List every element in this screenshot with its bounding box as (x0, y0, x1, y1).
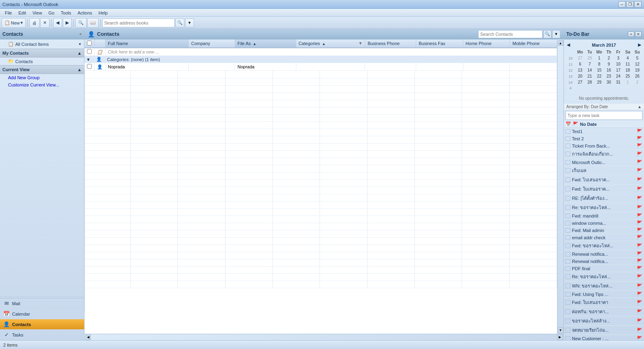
scroll-left-button[interactable]: ◀ (85, 335, 91, 340)
task-item[interactable]: Fwd: Mail admin🚩 (564, 227, 644, 234)
back-button[interactable]: ◀ (53, 18, 62, 28)
task-item[interactable]: New Customer : ...🚩 (564, 335, 644, 340)
task-item[interactable]: Re: ขอราคอะไหล่...🚩 (564, 272, 644, 281)
th-business-phone[interactable]: Business Phone (365, 39, 416, 48)
th-mobile-phone[interactable]: Mobile Phone (510, 39, 557, 48)
sidebar-current-view-header[interactable]: Current View ▲ (0, 65, 84, 74)
menu-file[interactable]: File (2, 10, 15, 16)
task-flag-icon[interactable]: 🚩 (637, 143, 642, 148)
sidebar-my-contacts-header[interactable]: My Contacts ▲ (0, 49, 84, 57)
contacts-search-dropdown[interactable]: ▾ (552, 30, 560, 38)
task-flag-icon[interactable]: 🚩 (637, 300, 642, 305)
task-flag-icon[interactable]: 🚩 (637, 274, 642, 279)
calendar-day[interactable]: 23 (605, 74, 613, 79)
new-task-input[interactable] (566, 111, 642, 120)
calendar-day[interactable]: 19 (633, 68, 642, 73)
task-checkbox[interactable] (566, 152, 570, 156)
th-home-phone[interactable]: Home Phone (463, 39, 510, 48)
task-checkbox[interactable] (566, 221, 570, 226)
task-flag-icon[interactable]: 🚩 (637, 336, 642, 340)
menu-edit[interactable]: Edit (15, 10, 29, 16)
th-company[interactable]: Company (188, 39, 235, 48)
task-item[interactable]: Fwd: Using Tips ...🚩 (564, 291, 644, 298)
task-checkbox[interactable] (566, 252, 570, 257)
task-checkbox[interactable] (566, 144, 570, 148)
calendar-day[interactable]: 17 (614, 68, 623, 73)
add-new-row[interactable]: 📋 Click here to add a new ... (85, 48, 557, 56)
task-checkbox[interactable] (566, 243, 570, 248)
calendar-day[interactable] (585, 86, 594, 90)
calendar-day[interactable]: 21 (585, 74, 594, 79)
task-checkbox[interactable] (566, 266, 570, 271)
scroll-up-button[interactable]: ▲ (558, 40, 564, 46)
address-book-search-input[interactable] (102, 18, 175, 27)
print-button[interactable]: 🖨 (29, 18, 39, 28)
task-flag-icon[interactable]: 🚩 (637, 168, 642, 173)
close-button[interactable]: ✕ (634, 1, 642, 8)
sidebar-item-all-contacts[interactable]: 📋 All Contact Items ▾ (0, 40, 84, 48)
menu-view[interactable]: View (29, 10, 45, 16)
task-checkbox[interactable] (566, 309, 570, 314)
task-checkbox[interactable] (566, 318, 570, 323)
task-checkbox[interactable] (566, 168, 570, 173)
task-item[interactable]: Fwd: ไบเสนอราค...🚩 (564, 175, 644, 185)
calendar-day[interactable] (633, 86, 642, 90)
menu-help[interactable]: Help (95, 10, 111, 16)
task-item[interactable]: การแจ้งเตือนเกี่ยวก...🚩 (564, 150, 644, 159)
task-checkbox[interactable] (566, 177, 570, 182)
nav-item-contacts[interactable]: 👤 Contacts (0, 319, 84, 330)
category-expand-cell[interactable]: ▼ (85, 56, 95, 63)
sidebar-add-new-group-link[interactable]: Add New Group (0, 74, 84, 81)
task-checkbox[interactable] (566, 274, 570, 279)
task-flag-icon[interactable]: 🚩 (637, 266, 642, 271)
task-item[interactable]: RE: [โต้ตั้งคำร้อง...🚩 (564, 194, 644, 203)
calendar-day[interactable]: 3 (614, 55, 623, 61)
calendar-prev-button[interactable]: ◀ (566, 42, 571, 48)
calendar-day[interactable]: 30 (605, 80, 613, 85)
calendar-day[interactable]: 28 (585, 55, 594, 61)
task-item[interactable]: Fwd: ใบเสนอราค...🚩 (564, 185, 644, 194)
add-new-checkbox[interactable] (87, 49, 92, 54)
task-checkbox[interactable] (566, 328, 570, 333)
calendar-day[interactable]: 4 (623, 55, 632, 61)
calendar-day[interactable]: 29 (595, 80, 604, 85)
calendar-day[interactable]: 31 (614, 80, 623, 85)
task-flag-icon[interactable]: 🚩 (637, 205, 642, 210)
contacts-search-button[interactable]: 🔍 (543, 30, 551, 38)
address-book-button[interactable]: 📖 (87, 18, 99, 28)
sidebar-collapse-icon[interactable]: « (79, 32, 82, 36)
calendar-day[interactable]: 6 (576, 62, 584, 67)
task-checkbox[interactable] (566, 136, 570, 141)
nav-item-calendar[interactable]: 📅 Calendar (0, 309, 84, 319)
minimize-button[interactable]: – (618, 1, 625, 8)
nav-item-tasks[interactable]: ✓ Tasks (0, 330, 84, 340)
task-item[interactable]: window comma...🚩 (564, 220, 644, 227)
calendar-day[interactable] (614, 86, 623, 90)
task-flag-icon[interactable]: 🚩 (637, 220, 642, 226)
nav-item-mail[interactable]: ✉ Mail (0, 298, 84, 309)
calendar-day[interactable]: 1 (595, 55, 604, 61)
task-item[interactable]: Test 2🚩 (564, 135, 644, 142)
task-item[interactable]: Fwd: ขอราคอะไหล่...🚩 (564, 241, 644, 250)
task-checkbox[interactable] (566, 129, 570, 134)
task-flag-icon[interactable]: 🚩 (637, 235, 642, 240)
address-book-search-dropdown[interactable]: ▾ (185, 18, 194, 27)
task-item[interactable]: PDF final🚩 (564, 265, 644, 272)
calendar-day[interactable]: 15 (595, 68, 604, 73)
task-flag-icon[interactable]: 🚩 (637, 177, 642, 183)
task-checkbox[interactable] (566, 292, 570, 297)
task-checkbox[interactable] (566, 259, 570, 264)
task-item[interactable]: Renewal notifica...🚩 (564, 250, 644, 258)
horizontal-scrollbar[interactable]: ◀ ▶ (85, 334, 564, 340)
task-checkbox[interactable] (566, 196, 570, 201)
task-flag-icon[interactable]: 🚩 (637, 187, 642, 192)
task-item[interactable]: Re: ขอราคอะไหล่...🚩 (564, 203, 644, 212)
task-checkbox[interactable] (566, 283, 570, 288)
task-checkbox[interactable] (566, 336, 570, 341)
vertical-scrollbar[interactable]: ▲ ▼ (557, 39, 564, 334)
row-checkbox[interactable] (87, 64, 92, 69)
th-file-as[interactable]: File As ▲ (235, 39, 296, 48)
task-checkbox[interactable] (566, 235, 570, 240)
select-all-checkbox[interactable] (87, 41, 92, 45)
task-item[interactable]: Renewal notifica...🚩 (564, 258, 644, 265)
